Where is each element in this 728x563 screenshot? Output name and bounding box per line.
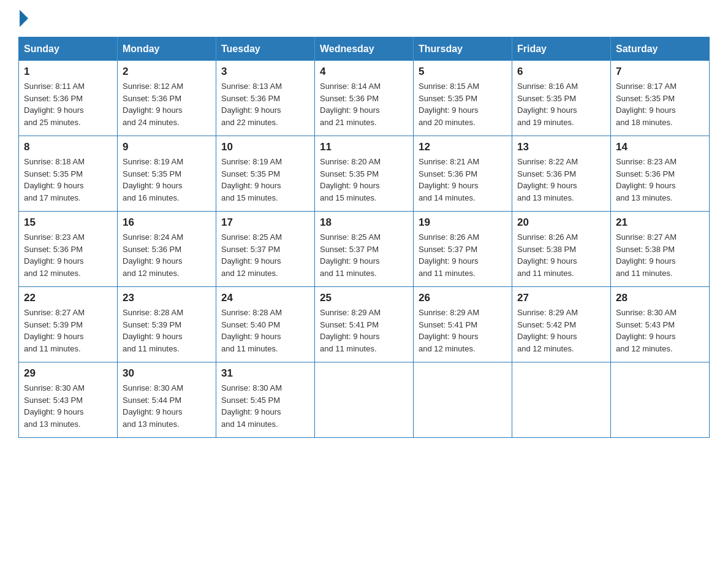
calendar-day-cell: 15 Sunrise: 8:23 AMSunset: 5:36 PMDaylig…: [19, 212, 118, 287]
calendar-day-cell: 5 Sunrise: 8:15 AMSunset: 5:35 PMDayligh…: [414, 61, 512, 136]
day-number: 31: [221, 367, 309, 380]
day-info: Sunrise: 8:30 AMSunset: 5:45 PMDaylight:…: [221, 382, 309, 430]
calendar-day-cell: 13 Sunrise: 8:22 AMSunset: 5:36 PMDaylig…: [512, 136, 611, 212]
day-info: Sunrise: 8:27 AMSunset: 5:39 PMDaylight:…: [24, 307, 112, 354]
header-thursday: Thursday: [414, 37, 512, 61]
calendar-day-cell: 28 Sunrise: 8:30 AMSunset: 5:43 PMDaylig…: [611, 287, 710, 362]
calendar-day-cell: 24 Sunrise: 8:28 AMSunset: 5:40 PMDaylig…: [216, 287, 315, 362]
day-info: Sunrise: 8:12 AMSunset: 5:36 PMDaylight:…: [123, 80, 211, 128]
day-info: Sunrise: 8:13 AMSunset: 5:36 PMDaylight:…: [221, 80, 309, 128]
day-number: 11: [320, 141, 408, 153]
calendar-week-row: 8 Sunrise: 8:18 AMSunset: 5:35 PMDayligh…: [19, 136, 710, 212]
day-info: Sunrise: 8:29 AMSunset: 5:41 PMDaylight:…: [320, 307, 408, 354]
calendar-day-cell: 29 Sunrise: 8:30 AMSunset: 5:43 PMDaylig…: [19, 362, 118, 438]
logo-arrow-icon: [20, 10, 28, 27]
header-saturday: Saturday: [611, 37, 710, 61]
day-info: Sunrise: 8:30 AMSunset: 5:43 PMDaylight:…: [24, 382, 112, 430]
calendar-week-row: 15 Sunrise: 8:23 AMSunset: 5:36 PMDaylig…: [19, 212, 710, 287]
day-info: Sunrise: 8:25 AMSunset: 5:37 PMDaylight:…: [320, 231, 408, 279]
header-monday: Monday: [118, 37, 216, 61]
day-number: 12: [419, 141, 507, 153]
calendar-week-row: 1 Sunrise: 8:11 AMSunset: 5:36 PMDayligh…: [19, 61, 710, 136]
day-number: 8: [24, 141, 112, 153]
day-info: Sunrise: 8:20 AMSunset: 5:35 PMDaylight:…: [320, 156, 408, 204]
header-wednesday: Wednesday: [315, 37, 414, 61]
calendar-day-cell: 26 Sunrise: 8:29 AMSunset: 5:41 PMDaylig…: [414, 287, 512, 362]
day-number: 2: [123, 66, 211, 78]
day-number: 24: [221, 292, 309, 304]
calendar-day-cell: 6 Sunrise: 8:16 AMSunset: 5:35 PMDayligh…: [512, 61, 611, 136]
logo: [18, 12, 28, 25]
day-info: Sunrise: 8:30 AMSunset: 5:43 PMDaylight:…: [616, 307, 704, 354]
day-info: Sunrise: 8:15 AMSunset: 5:35 PMDaylight:…: [419, 80, 507, 128]
day-info: Sunrise: 8:25 AMSunset: 5:37 PMDaylight:…: [221, 231, 309, 279]
header-sunday: Sunday: [19, 37, 118, 61]
day-info: Sunrise: 8:23 AMSunset: 5:36 PMDaylight:…: [24, 231, 112, 279]
calendar-day-cell: [315, 362, 414, 438]
day-number: 14: [616, 141, 704, 153]
day-number: 19: [419, 216, 507, 229]
calendar-week-row: 22 Sunrise: 8:27 AMSunset: 5:39 PMDaylig…: [19, 287, 710, 362]
day-number: 21: [616, 216, 704, 229]
day-info: Sunrise: 8:26 AMSunset: 5:38 PMDaylight:…: [517, 231, 605, 279]
calendar-day-cell: 19 Sunrise: 8:26 AMSunset: 5:37 PMDaylig…: [414, 212, 512, 287]
calendar-table: SundayMondayTuesdayWednesdayThursdayFrid…: [18, 37, 710, 438]
day-number: 26: [419, 292, 507, 304]
day-number: 30: [123, 367, 211, 380]
day-number: 10: [221, 141, 309, 153]
day-number: 13: [517, 141, 605, 153]
calendar-day-cell: 8 Sunrise: 8:18 AMSunset: 5:35 PMDayligh…: [19, 136, 118, 212]
day-number: 7: [616, 66, 704, 78]
calendar-day-cell: 12 Sunrise: 8:21 AMSunset: 5:36 PMDaylig…: [414, 136, 512, 212]
calendar-day-cell: 11 Sunrise: 8:20 AMSunset: 5:35 PMDaylig…: [315, 136, 414, 212]
calendar-day-cell: 16 Sunrise: 8:24 AMSunset: 5:36 PMDaylig…: [118, 212, 216, 287]
day-info: Sunrise: 8:23 AMSunset: 5:36 PMDaylight:…: [616, 156, 704, 204]
calendar-day-cell: 30 Sunrise: 8:30 AMSunset: 5:44 PMDaylig…: [118, 362, 216, 438]
calendar-day-cell: 21 Sunrise: 8:27 AMSunset: 5:38 PMDaylig…: [611, 212, 710, 287]
calendar-day-cell: [414, 362, 512, 438]
day-info: Sunrise: 8:11 AMSunset: 5:36 PMDaylight:…: [24, 80, 112, 128]
calendar-week-row: 29 Sunrise: 8:30 AMSunset: 5:43 PMDaylig…: [19, 362, 710, 438]
day-info: Sunrise: 8:29 AMSunset: 5:41 PMDaylight:…: [419, 307, 507, 354]
day-info: Sunrise: 8:26 AMSunset: 5:37 PMDaylight:…: [419, 231, 507, 279]
calendar-day-cell: 17 Sunrise: 8:25 AMSunset: 5:37 PMDaylig…: [216, 212, 315, 287]
day-info: Sunrise: 8:28 AMSunset: 5:39 PMDaylight:…: [123, 307, 211, 354]
calendar-day-cell: 27 Sunrise: 8:29 AMSunset: 5:42 PMDaylig…: [512, 287, 611, 362]
day-number: 18: [320, 216, 408, 229]
day-number: 1: [24, 66, 112, 78]
day-info: Sunrise: 8:29 AMSunset: 5:42 PMDaylight:…: [517, 307, 605, 354]
header-tuesday: Tuesday: [216, 37, 315, 61]
day-number: 28: [616, 292, 704, 304]
calendar-day-cell: [611, 362, 710, 438]
day-info: Sunrise: 8:14 AMSunset: 5:36 PMDaylight:…: [320, 80, 408, 128]
day-info: Sunrise: 8:22 AMSunset: 5:36 PMDaylight:…: [517, 156, 605, 204]
calendar-day-cell: [512, 362, 611, 438]
calendar-day-cell: 22 Sunrise: 8:27 AMSunset: 5:39 PMDaylig…: [19, 287, 118, 362]
day-info: Sunrise: 8:17 AMSunset: 5:35 PMDaylight:…: [616, 80, 704, 128]
day-info: Sunrise: 8:30 AMSunset: 5:44 PMDaylight:…: [123, 382, 211, 430]
day-number: 23: [123, 292, 211, 304]
day-info: Sunrise: 8:24 AMSunset: 5:36 PMDaylight:…: [123, 231, 211, 279]
day-number: 20: [517, 216, 605, 229]
calendar-day-cell: 9 Sunrise: 8:19 AMSunset: 5:35 PMDayligh…: [118, 136, 216, 212]
day-number: 29: [24, 367, 112, 380]
day-number: 17: [221, 216, 309, 229]
day-number: 3: [221, 66, 309, 78]
calendar-day-cell: 2 Sunrise: 8:12 AMSunset: 5:36 PMDayligh…: [118, 61, 216, 136]
calendar-day-cell: 23 Sunrise: 8:28 AMSunset: 5:39 PMDaylig…: [118, 287, 216, 362]
day-number: 27: [517, 292, 605, 304]
calendar-header-row: SundayMondayTuesdayWednesdayThursdayFrid…: [19, 37, 710, 61]
day-info: Sunrise: 8:27 AMSunset: 5:38 PMDaylight:…: [616, 231, 704, 279]
calendar-day-cell: 14 Sunrise: 8:23 AMSunset: 5:36 PMDaylig…: [611, 136, 710, 212]
day-info: Sunrise: 8:28 AMSunset: 5:40 PMDaylight:…: [221, 307, 309, 354]
calendar-day-cell: 31 Sunrise: 8:30 AMSunset: 5:45 PMDaylig…: [216, 362, 315, 438]
day-number: 22: [24, 292, 112, 304]
day-number: 6: [517, 66, 605, 78]
page-header: [18, 12, 710, 25]
calendar-day-cell: 20 Sunrise: 8:26 AMSunset: 5:38 PMDaylig…: [512, 212, 611, 287]
day-info: Sunrise: 8:19 AMSunset: 5:35 PMDaylight:…: [123, 156, 211, 204]
calendar-day-cell: 1 Sunrise: 8:11 AMSunset: 5:36 PMDayligh…: [19, 61, 118, 136]
day-number: 25: [320, 292, 408, 304]
calendar-day-cell: 25 Sunrise: 8:29 AMSunset: 5:41 PMDaylig…: [315, 287, 414, 362]
day-number: 9: [123, 141, 211, 153]
